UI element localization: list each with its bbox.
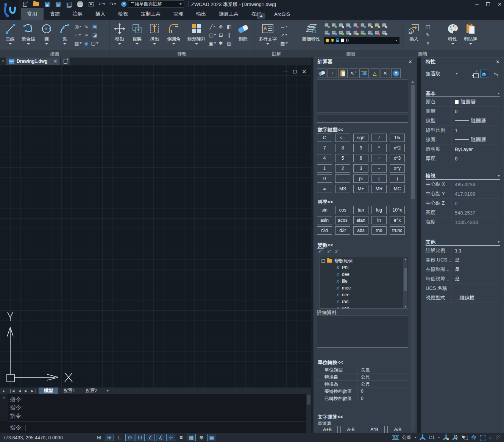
scientific-key[interactable]: acos: [335, 216, 350, 224]
print-button[interactable]: [76, 0, 84, 8]
layer-tool-icon[interactable]: ▤: [381, 21, 387, 28]
layer-tool-icon[interactable]: ▤: [352, 28, 359, 36]
clear-button[interactable]: [317, 68, 326, 78]
calculator-key[interactable]: (: [371, 174, 387, 183]
text-op-button[interactable]: A/B: [387, 426, 408, 433]
donut-icon[interactable]: ◉: [83, 39, 90, 47]
arc-button[interactable]: 弧: [56, 21, 73, 50]
paste-to-command-button[interactable]: [338, 68, 348, 78]
doc-close-button[interactable]: ✕: [302, 68, 307, 75]
variables-tree[interactable]: − 變數範例 k Phi x dee x ille: [320, 257, 408, 309]
spline-icon[interactable]: ∿: [83, 23, 90, 30]
property-row[interactable]: 線型 隨圖層: [426, 116, 500, 126]
unit-row[interactable]: 單位類型 長度: [317, 366, 408, 374]
calculator-key[interactable]: 6: [353, 154, 368, 162]
scientific-key[interactable]: log: [371, 206, 387, 214]
app-logo[interactable]: [0, 0, 19, 20]
scientific-key[interactable]: e^x: [390, 216, 405, 224]
new-variable-button[interactable]: x+: [317, 248, 324, 255]
dynamic-ucs-toggle[interactable]: ∡: [156, 434, 165, 441]
layer-tool-icon[interactable]: ▤: [323, 21, 330, 28]
property-row[interactable]: 中心點 Y 417.0199: [426, 189, 500, 199]
resize-grip[interactable]: [496, 435, 502, 440]
scientific-key[interactable]: ln: [371, 216, 387, 224]
unit-row[interactable]: 要轉換的數值 0: [317, 388, 408, 395]
layout-tab[interactable]: 模型: [39, 388, 58, 394]
mtext-button[interactable]: A 多行文字: [256, 21, 279, 50]
calculator-key[interactable]: C: [317, 134, 332, 142]
calculator-input[interactable]: [317, 115, 408, 123]
doc-list-dropdown-icon[interactable]: [2, 61, 4, 62]
edit-attributes-icon[interactable]: ✎: [424, 31, 432, 39]
selection-combo[interactable]: 無選取: [426, 70, 440, 77]
unit-row[interactable]: 轉換為 公尺: [317, 381, 408, 388]
annotation-scale-icon[interactable]: [420, 434, 426, 440]
property-row[interactable]: 厚度 0: [426, 154, 500, 163]
unit-row[interactable]: 轉換自 公尺: [317, 374, 408, 381]
explode-icon[interactable]: ✱: [217, 39, 225, 47]
layer-combo[interactable]: ✱ 0: [323, 36, 400, 44]
linear-dimension-icon[interactable]: ↔: [280, 23, 288, 30]
calculator-key[interactable]: 5: [335, 154, 350, 162]
ribbon-tab[interactable]: 擴展工具: [212, 8, 245, 20]
property-row[interactable]: 圖層 0: [426, 107, 500, 116]
calc-help-button[interactable]: ?: [391, 68, 401, 78]
calculator-key[interactable]: 7: [317, 144, 332, 152]
property-row[interactable]: UCS 名稱: [426, 284, 500, 293]
calculator-key[interactable]: 1: [317, 164, 332, 173]
collapse-icon[interactable]: −: [321, 259, 325, 263]
calculator-key[interactable]: <--: [335, 134, 350, 142]
scientific-key[interactable]: asin: [317, 216, 332, 224]
variable-row[interactable]: x ille: [320, 278, 408, 285]
layer-tool-icon[interactable]: ▤: [338, 28, 344, 36]
scientific-key[interactable]: d2r: [335, 226, 350, 235]
ortho-toggle[interactable]: ∟: [115, 434, 124, 441]
history-button[interactable]: ◔: [328, 68, 337, 78]
table-icon[interactable]: ▦: [280, 39, 288, 47]
ribbon-tab[interactable]: ArcGIS: [268, 8, 296, 20]
layer-tool-icon[interactable]: ▤: [367, 21, 373, 28]
polyline-button[interactable]: 聚合線: [20, 21, 37, 50]
snap-toggle[interactable]: ⊞: [105, 434, 114, 441]
layout-tab[interactable]: 配置1: [58, 388, 81, 394]
calculator-key[interactable]: /: [371, 134, 387, 142]
property-row[interactable]: 中心點 Z 0: [426, 199, 500, 208]
hatch-edit-icon[interactable]: ▨: [225, 39, 233, 47]
point-icon[interactable]: ∴: [74, 31, 82, 39]
layer-tool-icon[interactable]: ▤: [338, 21, 344, 28]
delete-variable-button[interactable]: X×: [335, 249, 340, 254]
prev-layout-icon[interactable]: ◀: [16, 388, 23, 394]
layout-menu-icon[interactable]: ▲: [0, 388, 7, 394]
variables-folder-row[interactable]: − 變數範例: [320, 257, 408, 264]
batch-plot-button[interactable]: [65, 0, 73, 8]
variable-row[interactable]: x rad: [320, 298, 408, 305]
add-layout-button[interactable]: +: [103, 388, 113, 394]
calculator-key[interactable]: pi: [353, 174, 368, 183]
leader-icon[interactable]: ↗: [280, 31, 288, 39]
variables-section-label[interactable]: 變數<<: [318, 242, 333, 249]
layer-tool-icon[interactable]: ▤: [345, 28, 351, 36]
maximize-button[interactable]: [486, 2, 490, 6]
section-header-basic[interactable]: 基本: [426, 90, 500, 97]
unit-dropdown-icon[interactable]: [414, 437, 417, 438]
quick-select-button[interactable]: [470, 70, 479, 78]
open-file-button[interactable]: [32, 0, 40, 8]
layer-tool-icon[interactable]: ▤: [374, 28, 380, 36]
save-as-button[interactable]: [54, 0, 62, 8]
calculator-key[interactable]: 8: [335, 144, 350, 152]
scale-dropdown-icon[interactable]: [438, 437, 440, 438]
text-op-button[interactable]: A-B: [340, 426, 361, 433]
align-icon[interactable]: ⊟: [217, 31, 225, 39]
next-layout-icon[interactable]: ▶: [23, 388, 29, 394]
calculator-key[interactable]: 1/x: [390, 134, 405, 142]
properties-close-icon[interactable]: ✕: [496, 59, 500, 65]
variable-row[interactable]: x nee: [320, 291, 408, 298]
layer-tool-icon[interactable]: ▤: [345, 21, 351, 28]
grid-display-toggle[interactable]: ⊞: [95, 434, 104, 441]
layer-tool-icon[interactable]: ▤: [323, 28, 330, 36]
scientific-key[interactable]: rnd: [371, 226, 387, 235]
dynamic-input-toggle[interactable]: ⊹: [166, 434, 175, 441]
circle-button[interactable]: 圓: [38, 21, 55, 50]
calculator-key[interactable]: 4: [317, 154, 332, 162]
select-objects-button[interactable]: ↖: [480, 70, 489, 78]
